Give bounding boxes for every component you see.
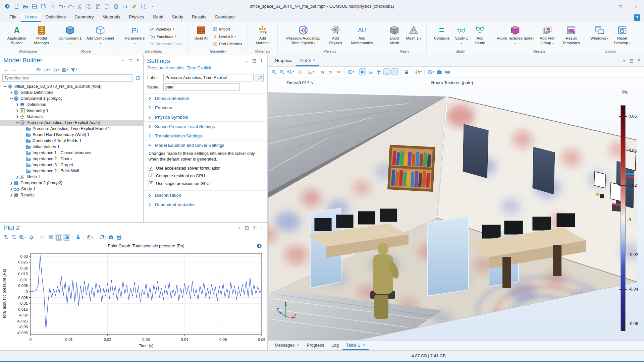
close-tab-icon[interactable]: ×: [313, 58, 315, 63]
expand-all-button[interactable]: ▾: [43, 66, 51, 73]
refresh-plot-button[interactable]: ▾: [427, 68, 435, 75]
minimize-button[interactable]: –: [597, 0, 613, 13]
model-manager-button[interactable]: Model Manager: [31, 24, 52, 46]
color-palette-button[interactable]: ▾: [86, 234, 94, 241]
functions-button[interactable]: f(x)Functions▾: [149, 34, 184, 40]
tree-item-component-2[interactable]: ❯Component 2(comp2): [0, 180, 143, 186]
close-panel-button[interactable]: ×: [259, 226, 264, 231]
result-templates-button[interactable]: Result Templates: [559, 24, 583, 46]
accelerated-solver-checkbox-row[interactable]: Use accelerated solver formulation: [149, 165, 262, 172]
menu-home[interactable]: Home: [21, 13, 41, 22]
tree-item-continuity[interactable]: Continuity of Total Fields 1: [0, 138, 143, 144]
highlighter-button[interactable]: [130, 2, 139, 11]
close-tab-icon[interactable]: ×: [297, 343, 299, 347]
horizontal-grid-button[interactable]: [47, 234, 54, 241]
save-copy-button[interactable]: [39, 2, 48, 11]
pin-panel-button[interactable]: [252, 226, 257, 231]
tab-graphics[interactable]: Graphics: [271, 55, 296, 66]
show-label-button[interactable]: [256, 74, 264, 81]
tree-filter-input[interactable]: [2, 74, 132, 82]
zoom-extents-button[interactable]: [28, 234, 35, 241]
windows-button[interactable]: Windows ▾: [588, 24, 610, 42]
menu-materials[interactable]: Materials: [98, 13, 124, 22]
part-libraries-button[interactable]: Part Libraries: [212, 41, 243, 47]
section-physics-symbols[interactable]: ❯Physics Symbols: [144, 112, 267, 122]
view-yz-button[interactable]: yz: [327, 68, 334, 75]
menu-physics[interactable]: Physics: [124, 13, 148, 22]
checkbox-checked-icon[interactable]: [149, 181, 153, 186]
section-discretization[interactable]: ❯Discretization: [144, 190, 267, 200]
rotate-view-button[interactable]: ▾: [347, 68, 355, 75]
float-panel-button[interactable]: [244, 226, 249, 231]
tree-item-impedance-3[interactable]: Impedance 3 - Carpet: [0, 162, 143, 168]
build-all-button[interactable]: Build All: [193, 24, 210, 42]
plot-2-chart-area[interactable]: 00.010.020.030.040.050.060.030.0250.020.…: [0, 241, 267, 350]
tree-item-global-definitions[interactable]: ❯Global Definitions: [0, 89, 143, 96]
delete-button[interactable]: [112, 2, 120, 11]
parameter-case-button[interactable]: PiParameter Case: [149, 41, 184, 47]
save-button[interactable]: [30, 2, 39, 11]
pin-panel-button[interactable]: [135, 58, 140, 63]
single-precision-checkbox-row[interactable]: Use single precision on GPU: [149, 180, 262, 188]
float-panel-button[interactable]: [252, 59, 257, 64]
variables-button[interactable]: a=Variables▾: [149, 26, 184, 32]
snapshot-button[interactable]: [436, 68, 443, 75]
add-material-button[interactable]: Add Material: [252, 24, 273, 46]
section-dependent-variables[interactable]: ❯Dependent Variables: [144, 200, 267, 209]
maximize-button[interactable]: □: [613, 0, 628, 13]
sound-toggle-button[interactable]: [359, 68, 366, 75]
color-palette-button[interactable]: ▾: [414, 68, 422, 75]
name-field[interactable]: [163, 83, 240, 91]
tree-item-component-1[interactable]: ❯Component 1(comp1): [0, 96, 143, 102]
zoom-out-button[interactable]: [278, 68, 285, 75]
float-panel-button[interactable]: [629, 58, 634, 63]
tree-item-definitions[interactable]: ❯Definitions: [0, 102, 143, 108]
refresh-plot-button[interactable]: ▾: [98, 234, 106, 241]
move-up-button[interactable]: ↑: [18, 66, 25, 73]
add-mathematics-button[interactable]: ΔUAdd Mathematics: [346, 24, 378, 46]
tab-messages[interactable]: Messages×: [271, 341, 303, 350]
tree-item-impedance-brick[interactable]: Impedance 2 - Brick Wall: [0, 168, 143, 174]
legend-toggle-button[interactable]: [63, 234, 70, 241]
vertical-grid-button[interactable]: [39, 234, 46, 241]
build-mesh-button[interactable]: Build Mesh: [385, 24, 404, 46]
scene-light-button[interactable]: [367, 68, 374, 75]
tree-item-materials[interactable]: ❯Materials: [0, 114, 143, 120]
study-1-button[interactable]: Study 1 ▾: [453, 24, 470, 46]
add-plot-group-button[interactable]: Add Plot Group ▾: [536, 24, 558, 46]
import-button[interactable]: Import: [212, 26, 243, 32]
close-button[interactable]: ×: [628, 0, 644, 13]
snapshot-button[interactable]: [107, 234, 114, 241]
plot-axes-toggle-button[interactable]: [383, 68, 390, 75]
paste-button[interactable]: [94, 2, 102, 11]
customize-toolbar-button[interactable]: ▾: [148, 2, 157, 11]
comsol-plot-logo-icon[interactable]: [257, 243, 263, 249]
tree-item-pressure-acoustics[interactable]: ❯Pressure Acoustics, Time Explicit(pate): [0, 120, 143, 126]
pin-panel-button[interactable]: [636, 58, 641, 63]
tree-item-results[interactable]: ❯Results: [0, 192, 143, 198]
tab-log[interactable]: Log: [328, 341, 342, 350]
menu-file[interactable]: File: [5, 13, 21, 22]
residual-gpu-checkbox-row[interactable]: Compute residual on GPU: [149, 172, 262, 180]
tree-item-root[interactable]: ❯office_space_63_30T0_N4_ma_out.mph(root…: [0, 83, 143, 89]
tree-item-sound-hard-boundary[interactable]: Sound Hard Boundary (Wall) 1: [0, 132, 143, 138]
add-component-button[interactable]: Add Component ▾: [85, 24, 116, 46]
tree-item-initial-values[interactable]: Initial Values 1: [0, 144, 143, 150]
close-tab-icon[interactable]: ×: [363, 343, 365, 347]
lock-axes-button[interactable]: [74, 234, 82, 241]
tree-item-impedance-1[interactable]: Impedance 1 - Closed windows: [0, 150, 143, 156]
default-view-button[interactable]: ▾: [307, 68, 315, 75]
run-button[interactable]: [48, 2, 57, 11]
show-button[interactable]: [35, 66, 42, 73]
grid-toggle-button[interactable]: [375, 68, 382, 75]
comsol-logo-icon[interactable]: [3, 2, 12, 11]
lock-view-button[interactable]: [403, 68, 410, 75]
zoom-extents-button[interactable]: [296, 68, 303, 75]
section-transient-mesh[interactable]: ❯Transient Mesh Settings: [144, 131, 267, 140]
open-file-button[interactable]: [21, 2, 30, 11]
application-builder-button[interactable]: AApplication Builder: [3, 24, 30, 46]
pin-panel-button[interactable]: [259, 59, 264, 64]
3d-view[interactable]: Time=0.017 s Room Textures (pate) Pa 0.0…: [268, 77, 644, 340]
duplicate-button[interactable]: [103, 2, 111, 11]
new-file-button[interactable]: [12, 2, 21, 11]
